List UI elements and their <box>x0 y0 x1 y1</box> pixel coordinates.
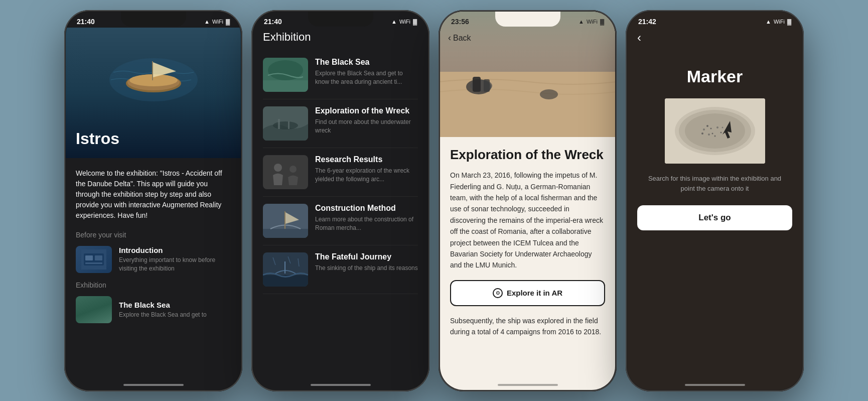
ex-text-fateful: The Fateful Journey The sinking of the s… <box>315 252 418 273</box>
detail-hero: ‹ Back <box>440 12 615 137</box>
ex-item-black-sea[interactable]: The Black Sea Explore the Black Sea and … <box>263 51 418 99</box>
home-indicator-2 <box>311 384 371 386</box>
svg-point-41 <box>710 128 711 129</box>
hero-title: Istros <box>76 129 119 148</box>
battery-icon-4: ▓ <box>787 19 791 25</box>
ex-desc-research: The 6-year exploration of the wreck yiel… <box>315 167 418 184</box>
phone-3: 23:56 ▲ WiFi ▓ <box>439 10 617 391</box>
svg-rect-13 <box>263 80 308 92</box>
marker-title: Marker <box>687 67 743 86</box>
status-time-2: 21:40 <box>264 18 282 26</box>
svg-rect-4 <box>152 61 153 80</box>
status-time-4: 21:42 <box>638 18 656 26</box>
phone3-screen: 23:56 ▲ WiFi ▓ <box>440 12 615 390</box>
ex-thumb-fateful <box>263 252 308 287</box>
svg-rect-33 <box>484 79 490 92</box>
marker-image <box>665 98 765 164</box>
marker-desc: Search for this image within the exhibit… <box>637 174 792 193</box>
hero-image-1: Istros <box>66 28 241 158</box>
phone-4: 21:42 ▲ WiFi ▓ ‹ Marker <box>626 10 804 391</box>
svg-point-19 <box>274 164 282 172</box>
svg-point-45 <box>720 132 721 133</box>
ex-title-research: Research Results <box>315 155 418 164</box>
svg-point-49 <box>701 132 703 135</box>
exhibition-header: Exhibition <box>76 281 231 289</box>
signal-icon-2: ▲ <box>391 19 397 25</box>
intro-text: Introduction Everything important to kno… <box>119 246 231 273</box>
black-sea-title: The Black Sea <box>119 301 207 309</box>
ar-icon: ⊙ <box>493 288 503 298</box>
detail-title: Exploration of the Wreck <box>450 147 605 163</box>
ex-item-fateful[interactable]: The Fateful Journey The sinking of the s… <box>263 245 418 294</box>
notch-4 <box>682 12 748 27</box>
ex-item-research[interactable]: Research Results The 6-year exploration … <box>263 148 418 197</box>
exhibition-section-title: Exhibition <box>253 28 428 51</box>
notch-2 <box>308 12 373 27</box>
status-icons-4: ▲ WiFi ▓ <box>766 19 791 25</box>
ex-title-fateful: The Fateful Journey <box>315 252 418 261</box>
ex-thumb-black-sea <box>263 58 308 92</box>
lets-go-button[interactable]: Let's go <box>637 205 792 230</box>
intro-thumb <box>76 246 112 273</box>
svg-rect-9 <box>95 255 102 260</box>
ex-title-wreck: Exploration of the Wreck <box>315 106 418 115</box>
list-item-intro[interactable]: Introduction Everything important to kno… <box>76 246 231 273</box>
marker-img-svg <box>665 98 765 164</box>
ex-desc-construction: Learn more about the construction of Rom… <box>315 215 418 232</box>
wifi-icon-3: WiFi <box>587 19 598 25</box>
battery-icon-2: ▓ <box>413 19 417 25</box>
detail-content[interactable]: Exploration of the Wreck On March 23, 20… <box>440 137 615 365</box>
signal-icon: ▲ <box>204 19 210 25</box>
ex-desc-fateful: The sinking of the ship and its reasons <box>315 264 418 273</box>
ex-text-research: Research Results The 6-year exploration … <box>315 155 418 184</box>
svg-point-48 <box>721 127 723 128</box>
ex-desc-wreck: Find out more about the underwater wreck <box>315 118 418 135</box>
ex-text-wreck: Exploration of the Wreck Find out more a… <box>315 106 418 135</box>
status-icons-2: ▲ WiFi ▓ <box>391 19 417 25</box>
back-button-4[interactable]: ‹ <box>627 28 802 47</box>
notch-1 <box>121 12 186 27</box>
home-indicator-1 <box>123 384 184 386</box>
before-visit-header: Before your visit <box>76 231 231 239</box>
ex-thumb-wreck <box>263 106 308 141</box>
svg-point-43 <box>711 133 713 135</box>
phone4-screen: 21:42 ▲ WiFi ▓ ‹ Marker <box>627 12 802 390</box>
svg-point-39 <box>685 113 745 149</box>
ex-text-construction: Construction Method Learn more about the… <box>315 204 418 232</box>
intro-thumb-img <box>81 249 106 270</box>
svg-rect-32 <box>473 77 481 92</box>
ex-text-black-sea: The Black Sea Explore the Black Sea and … <box>315 58 418 86</box>
exhibition-list[interactable]: The Black Sea Explore the Black Sea and … <box>253 51 428 294</box>
ex-item-construction[interactable]: Construction Method Learn more about the… <box>263 197 418 245</box>
svg-point-44 <box>716 126 718 128</box>
wifi-icon-2: WiFi <box>399 19 410 25</box>
notch-3 <box>495 12 560 27</box>
boat-illustration <box>108 57 199 102</box>
black-sea-thumb <box>76 296 112 323</box>
signal-icon-3: ▲ <box>578 19 584 25</box>
wreck-thumb-img <box>263 106 308 141</box>
ex-thumb-research <box>263 155 308 189</box>
status-time-1: 21:40 <box>77 18 95 26</box>
list-item-black-sea[interactable]: The Black Sea Explore the Black Sea and … <box>76 296 231 323</box>
svg-point-47 <box>714 136 715 137</box>
phone-1: 21:40 ▲ WiFi ▓ <box>64 10 242 391</box>
research-thumb-img <box>263 155 308 189</box>
ex-item-wreck[interactable]: Exploration of the Wreck Find out more a… <box>263 99 418 148</box>
ar-explore-button[interactable]: ⊙ Explore it in AR <box>450 280 605 306</box>
ar-button-label: Explore it in AR <box>507 289 562 297</box>
svg-rect-23 <box>284 211 285 229</box>
phone1-content[interactable]: Welcome to the exhibition: "Istros - Acc… <box>66 158 241 381</box>
home-indicator-4 <box>685 384 745 386</box>
svg-rect-10 <box>85 262 102 264</box>
svg-point-20 <box>290 166 297 173</box>
svg-rect-18 <box>263 155 308 189</box>
back-button-3[interactable]: ‹ Back <box>448 33 471 43</box>
ex-title-construction: Construction Method <box>315 204 418 213</box>
wifi-icon-4: WiFi <box>774 19 785 25</box>
status-icons-1: ▲ WiFi ▓ <box>204 19 230 25</box>
wifi-icon: WiFi <box>212 19 223 25</box>
svg-point-15 <box>273 121 298 129</box>
ex-title-black-sea: The Black Sea <box>315 58 418 67</box>
svg-point-46 <box>708 133 710 136</box>
